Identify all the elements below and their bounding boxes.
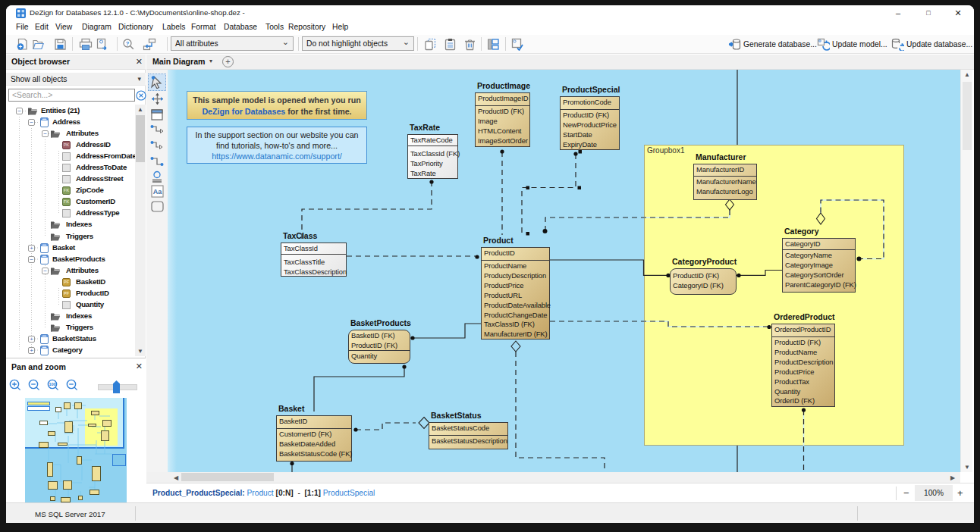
svg-text:Aa: Aa (153, 188, 162, 196)
svg-text:100: 100 (49, 382, 55, 386)
svg-text:?: ? (126, 40, 130, 47)
